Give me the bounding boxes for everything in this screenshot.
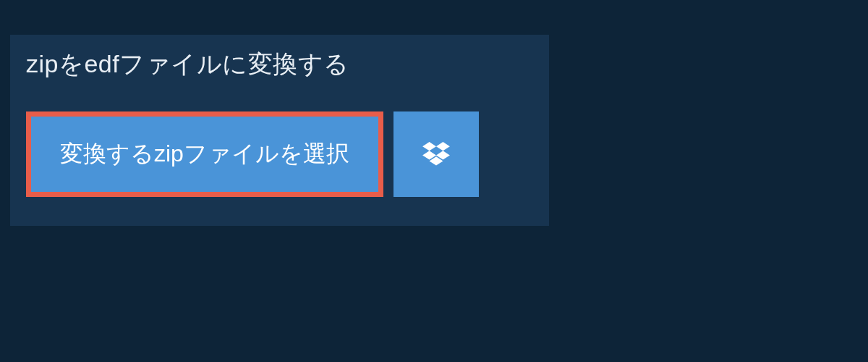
dropbox-icon	[422, 142, 450, 167]
title-bar: zipをedfファイルに変換する	[10, 35, 444, 94]
select-file-button[interactable]: 変換するzipファイルを選択	[26, 111, 383, 197]
button-row: 変換するzipファイルを選択	[10, 94, 549, 197]
page-title: zipをedfファイルに変換する	[26, 48, 428, 81]
conversion-panel: zipをedfファイルに変換する 変換するzipファイルを選択	[10, 35, 549, 226]
dropbox-button[interactable]	[393, 111, 479, 197]
select-file-button-label: 変換するzipファイルを選択	[60, 138, 349, 170]
